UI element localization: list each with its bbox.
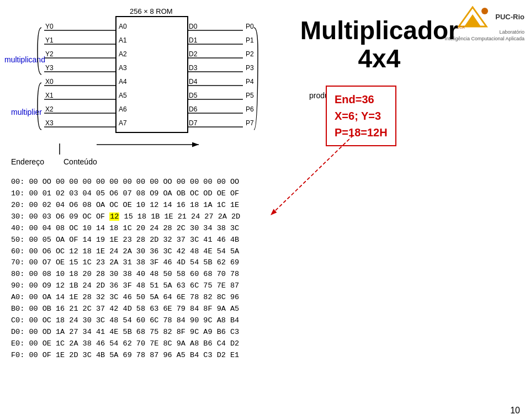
puc-rio-label: PUC-Rio — [495, 13, 524, 21]
svg-text:A7: A7 — [119, 119, 127, 127]
svg-text:P4: P4 — [246, 78, 254, 86]
svg-text:P0: P0 — [246, 23, 254, 30]
svg-text:X0: X0 — [45, 78, 54, 86]
svg-text:Y0: Y0 — [45, 23, 54, 30]
label-endereco: Endereço — [11, 157, 44, 166]
svg-text:D4: D4 — [189, 78, 198, 86]
svg-point-2 — [481, 8, 488, 14]
svg-text:P1: P1 — [246, 36, 254, 44]
rom-diagram: 256 × 8 ROM Y0 A0 Y1 A1 Y2 A2 Y3 A3 X0 A… — [33, 6, 359, 155]
page-number: 10 — [510, 406, 520, 416]
memory-row: 40: 00 04 08 OC 10 14 18 1C 20 24 28 2C … — [11, 223, 240, 235]
memory-row: 90: 00 O9 12 1B 24 2D 36 3F 48 51 5A 63 … — [11, 280, 240, 292]
memory-row: 60: 00 O6 OC 12 18 1E 24 2A 30 36 3C 42 … — [11, 246, 240, 258]
svg-text:D1: D1 — [189, 36, 198, 44]
svg-text:D7: D7 — [189, 119, 198, 127]
svg-text:A0: A0 — [119, 23, 127, 30]
svg-text:A2: A2 — [119, 50, 127, 58]
memory-table: 00: 00 OO 00 00 00 00 00 00 00 00 OO 00 … — [11, 177, 240, 361]
logo-area: 1CA PUC-Rio — [456, 4, 524, 29]
svg-text:Y1: Y1 — [45, 36, 54, 44]
memory-row: 00: 00 OO 00 00 00 00 00 00 00 00 OO 00 … — [11, 177, 240, 188]
memory-row: 50: 00 05 OA OF 14 19 1E 23 28 2D 32 37 … — [11, 235, 240, 246]
svg-text:P5: P5 — [246, 92, 254, 99]
svg-text:A5: A5 — [119, 92, 127, 99]
svg-text:P6: P6 — [246, 105, 254, 113]
svg-text:P2: P2 — [246, 50, 254, 58]
memory-row: 70: 00 O7 OE 15 1C 23 2A 31 38 3F 46 4D … — [11, 257, 240, 269]
svg-text:D2: D2 — [189, 50, 198, 58]
label-conteudo: Conteúdo — [63, 157, 97, 166]
ica-logo: 1CA — [456, 4, 492, 29]
svg-text:256 × 8 ROM: 256 × 8 ROM — [130, 7, 173, 15]
svg-text:Y3: Y3 — [45, 64, 54, 72]
svg-text:D0: D0 — [189, 23, 198, 30]
memory-row: 30: 00 03 O6 09 OC OF 12 15 18 1B 1E 21 … — [11, 211, 240, 223]
svg-text:D5: D5 — [189, 92, 198, 99]
memory-row: D0: 00 OD 1A 27 34 41 4E 5B 68 75 82 8F … — [11, 327, 240, 338]
svg-text:D3: D3 — [189, 64, 198, 72]
svg-text:Y2: Y2 — [45, 50, 54, 58]
memory-row: E0: 00 OE 1C 2A 38 46 54 62 70 7E 8C 9A … — [11, 338, 240, 350]
svg-text:A1: A1 — [119, 36, 127, 44]
memory-row: 20: 00 02 04 O6 08 OA OC OE 10 12 14 16 … — [11, 200, 240, 211]
memory-row: F0: 00 OF 1E 2D 3C 4B 5A 69 78 87 96 A5 … — [11, 350, 240, 361]
memory-row: C0: 00 OC 18 24 30 3C 48 54 60 6C 78 84 … — [11, 315, 240, 327]
highlight-cell: 12 — [109, 212, 119, 221]
svg-text:X1: X1 — [45, 92, 54, 99]
svg-text:X2: X2 — [45, 105, 54, 113]
memory-row: A0: 00 OA 14 1E 28 32 3C 46 50 5A 64 6E … — [11, 292, 240, 304]
svg-text:A4: A4 — [119, 78, 127, 86]
svg-text:1CA: 1CA — [457, 25, 465, 29]
memory-row: 10: 00 01 02 03 04 05 O6 07 08 O9 OA OB … — [11, 188, 240, 200]
svg-text:A3: A3 — [119, 64, 127, 72]
puc-rio-text: PUC-Rio — [495, 13, 524, 21]
svg-text:A6: A6 — [119, 105, 127, 113]
memory-row: B0: 00 OB 16 21 2C 37 42 4D 58 63 6E 79 … — [11, 304, 240, 315]
svg-text:X3: X3 — [45, 119, 54, 127]
svg-text:P3: P3 — [246, 64, 254, 72]
svg-text:P7: P7 — [246, 119, 254, 127]
svg-rect-4 — [116, 17, 188, 132]
svg-text:D6: D6 — [189, 105, 198, 113]
memory-row: 80: 00 08 10 18 20 28 30 38 40 48 50 58 … — [11, 269, 240, 280]
